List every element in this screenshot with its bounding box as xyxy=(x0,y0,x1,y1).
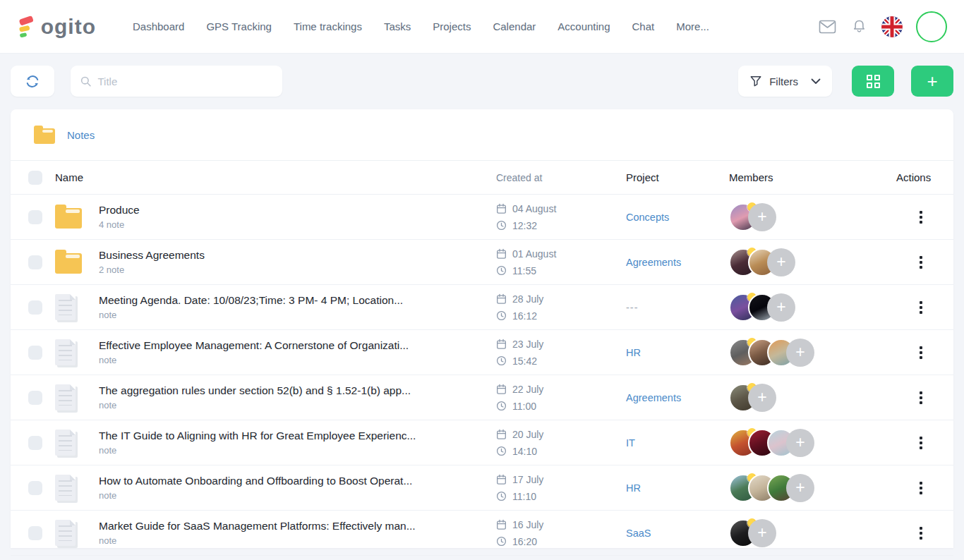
breadcrumb: Notes xyxy=(11,109,953,161)
row-title[interactable]: Produce xyxy=(99,204,482,217)
row-subtitle: note xyxy=(99,355,482,365)
project-link[interactable]: IT xyxy=(626,437,635,449)
nav-item-tasks[interactable]: Tasks xyxy=(384,20,411,32)
breadcrumb-notes-link[interactable]: Notes xyxy=(67,129,95,141)
calendar-icon xyxy=(496,519,507,530)
clock-icon xyxy=(496,491,507,501)
row-actions-menu-button[interactable] xyxy=(915,207,927,228)
table-row: Effective Employee Management: A Corners… xyxy=(11,330,953,375)
language-flag-uk[interactable] xyxy=(881,16,903,37)
row-title[interactable]: Business Agreements xyxy=(99,249,482,262)
nav-item-dashboard[interactable]: Dashboard xyxy=(133,20,184,32)
created-date: 16 July xyxy=(512,516,543,533)
filters-button[interactable]: Filters xyxy=(738,66,832,97)
row-title[interactable]: How to Automate Onboarding and Offboardi… xyxy=(99,475,482,487)
add-member-button[interactable]: + xyxy=(748,203,776,231)
plus-icon: + xyxy=(927,72,937,90)
row-checkbox[interactable] xyxy=(28,481,42,495)
row-title[interactable]: Effective Employee Management: A Corners… xyxy=(99,339,482,352)
nav-item-calendar[interactable]: Calendar xyxy=(493,20,536,32)
row-actions-menu-button[interactable] xyxy=(915,432,927,454)
select-all-checkbox[interactable] xyxy=(28,171,42,185)
table-row: Produce 4 note 04 August 12:32 xyxy=(11,195,953,240)
row-subtitle: note xyxy=(99,445,482,456)
row-checkbox[interactable] xyxy=(28,436,42,450)
members-cell: + xyxy=(729,519,888,547)
members-cell: + xyxy=(729,429,888,457)
user-avatar[interactable] xyxy=(916,11,947,42)
project-link[interactable]: Agreements xyxy=(626,392,681,403)
created-at-cell: 16 July 16:20 xyxy=(496,516,626,550)
created-date: 01 August xyxy=(512,245,556,262)
add-new-button[interactable]: + xyxy=(911,66,953,97)
clock-icon xyxy=(496,220,507,231)
created-time: 11:10 xyxy=(512,488,536,505)
nav-item-accounting[interactable]: Accounting xyxy=(558,20,610,32)
row-checkbox[interactable] xyxy=(28,300,42,315)
members-cell: + xyxy=(729,248,888,276)
created-time: 12:32 xyxy=(512,217,537,234)
row-actions-menu-button[interactable] xyxy=(915,342,927,363)
table-body: Produce 4 note 04 August 12:32 xyxy=(11,195,953,556)
clock-icon xyxy=(496,401,507,411)
row-actions-menu-button[interactable] xyxy=(915,387,927,408)
created-at-cell: 17 July 11:10 xyxy=(496,471,626,505)
add-member-button[interactable]: + xyxy=(786,474,814,502)
nav-item-chat[interactable]: Chat xyxy=(632,20,655,32)
project-link[interactable]: Concepts xyxy=(626,212,669,223)
row-subtitle: note xyxy=(99,310,482,320)
row-actions-menu-button[interactable] xyxy=(915,477,927,499)
row-title[interactable]: Meeting Agenda. Date: 10/08/23;Time: 3 P… xyxy=(99,294,482,307)
row-checkbox[interactable] xyxy=(28,210,42,224)
refresh-button[interactable] xyxy=(11,66,54,97)
main-nav: Dashboard GPS Tracking Time trackings Ta… xyxy=(133,20,709,32)
table-header: Name Created at Project Members Actions xyxy=(11,161,953,195)
nav-item-time-trackings[interactable]: Time trackings xyxy=(294,20,362,32)
created-time: 15:42 xyxy=(512,353,537,370)
row-actions-menu-button[interactable] xyxy=(915,523,927,544)
project-link[interactable]: HR xyxy=(626,347,641,358)
calendar-icon xyxy=(496,429,507,440)
row-checkbox[interactable] xyxy=(28,526,42,540)
nav-item-gps-tracking[interactable]: GPS Tracking xyxy=(206,20,272,32)
table-row: How to Automate Onboarding and Offboardi… xyxy=(11,465,953,511)
project-link[interactable]: SaaS xyxy=(626,528,651,539)
nav-item-more[interactable]: More... xyxy=(676,20,709,32)
calendar-icon xyxy=(496,248,507,260)
clock-icon xyxy=(496,355,507,366)
add-member-button[interactable]: + xyxy=(748,384,776,412)
created-at-cell: 04 August 12:32 xyxy=(496,200,626,234)
project-link[interactable]: Agreements xyxy=(626,257,681,268)
created-date: 23 July xyxy=(512,336,543,353)
add-member-button[interactable]: + xyxy=(786,339,814,367)
row-actions-menu-button[interactable] xyxy=(915,252,927,273)
project-link[interactable]: HR xyxy=(626,482,641,494)
members-cell: + xyxy=(729,474,888,502)
grid-view-button[interactable] xyxy=(852,66,894,97)
search-input[interactable] xyxy=(97,75,272,87)
add-member-button[interactable]: + xyxy=(748,519,776,547)
row-title[interactable]: The IT Guide to Aligning with HR for Gre… xyxy=(99,430,482,442)
note-icon xyxy=(55,475,76,501)
add-member-button[interactable]: + xyxy=(767,293,795,322)
envelope-icon xyxy=(819,20,836,34)
nav-item-projects[interactable]: Projects xyxy=(433,20,471,32)
row-title[interactable]: The aggregation rules under section 52(b… xyxy=(99,384,482,397)
created-at-cell: 01 August 11:55 xyxy=(496,245,626,279)
row-checkbox[interactable] xyxy=(28,346,42,360)
row-subtitle: 2 note xyxy=(99,264,482,275)
notifications-button[interactable] xyxy=(850,18,868,36)
search-icon xyxy=(80,75,91,87)
app-logo[interactable]: ogito xyxy=(17,9,96,44)
row-actions-menu-button[interactable] xyxy=(915,297,927,318)
row-checkbox[interactable] xyxy=(28,391,42,405)
row-checkbox[interactable] xyxy=(28,255,42,269)
clock-icon xyxy=(496,265,507,276)
add-member-button[interactable]: + xyxy=(767,248,795,276)
add-member-button[interactable]: + xyxy=(786,429,814,457)
calendar-icon xyxy=(496,474,507,485)
column-header-name: Name xyxy=(55,171,496,183)
row-title[interactable]: Market Guide for SaaS Management Platfor… xyxy=(99,520,482,532)
created-time: 16:20 xyxy=(512,533,537,550)
messages-button[interactable] xyxy=(818,18,836,36)
